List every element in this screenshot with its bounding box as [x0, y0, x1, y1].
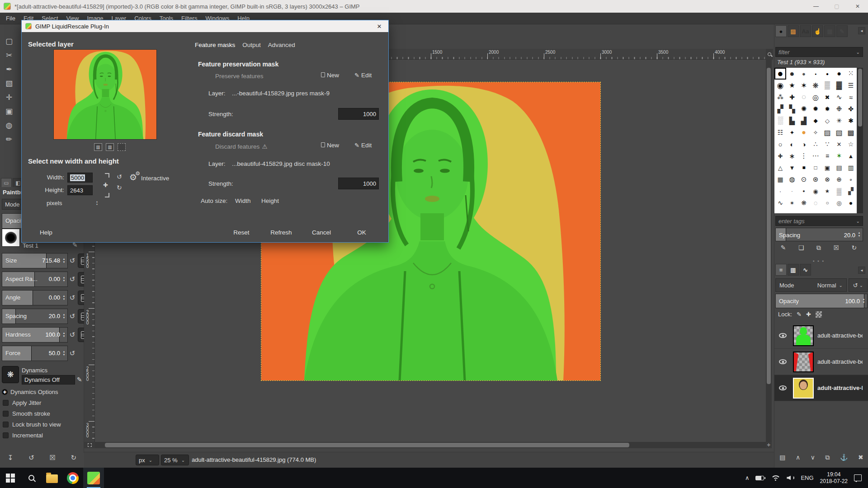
reset-icon[interactable]: ↺: [68, 349, 77, 357]
dock-tab-icon[interactable]: Aa: [800, 25, 811, 37]
brush-swatch[interactable]: ▞: [845, 185, 857, 197]
spinner-icons[interactable]: [61, 346, 67, 361]
layer-action-icon[interactable]: ∨: [811, 454, 815, 461]
dock-tab-icon[interactable]: ∿: [800, 264, 811, 276]
checkbox-icon[interactable]: [3, 432, 9, 438]
dock-tab-icon[interactable]: ▨: [788, 25, 799, 37]
brush-swatch[interactable]: ★: [821, 185, 833, 197]
brush-swatch[interactable]: ▙: [786, 115, 798, 127]
brush-swatch[interactable]: ▩: [845, 127, 857, 138]
menu-item[interactable]: File: [2, 13, 19, 24]
battery-icon[interactable]: [752, 468, 767, 488]
brush-swatch[interactable]: ●: [798, 185, 810, 197]
brush-swatch[interactable]: ∴: [810, 138, 821, 150]
brush-swatch[interactable]: ⋯: [810, 150, 821, 162]
brush-swatch[interactable]: ●: [798, 68, 810, 80]
reset-icon[interactable]: ↺: [68, 312, 77, 320]
dynamics-options-expander[interactable]: ✚ Dynamics Options: [2, 389, 58, 395]
brush-swatch[interactable]: ✶: [786, 197, 798, 209]
visibility-eye-icon[interactable]: [779, 359, 787, 364]
interactive-gear-icon[interactable]: ⚙: [129, 172, 137, 183]
dock-tab-icon[interactable]: ≡: [775, 264, 787, 276]
brush-swatch[interactable]: □: [810, 162, 821, 174]
auto-size-width-button[interactable]: Width: [235, 197, 251, 204]
brush-spacing-slider[interactable]: Spacing 20.0: [775, 228, 863, 241]
brush-swatch[interactable]: ▣: [821, 162, 833, 174]
tool-icon[interactable]: ✒: [1, 62, 17, 76]
brush-swatch[interactable]: ✤: [845, 103, 857, 115]
zoom-select[interactable]: 25 % ⌄: [161, 455, 189, 465]
action-center-icon[interactable]: [851, 468, 868, 488]
brush-swatch[interactable]: ✧: [810, 127, 821, 138]
brush-swatch[interactable]: ▒: [833, 185, 845, 197]
dialog-close-icon[interactable]: ✕: [370, 20, 388, 32]
brush-swatch[interactable]: ▨: [821, 127, 833, 138]
tool-icon[interactable]: ▣: [1, 104, 17, 118]
layer-action-icon[interactable]: ⚓: [840, 454, 848, 461]
brush-swatch[interactable]: ◌: [810, 197, 821, 209]
active-brush-thumbnail[interactable]: [2, 229, 20, 247]
quick-mask-toggle-icon[interactable]: [84, 442, 95, 448]
spinner-icons[interactable]: [61, 291, 67, 305]
brush-swatch[interactable]: △: [774, 162, 786, 174]
preview-mode-button[interactable]: ▥: [94, 143, 102, 151]
height-input[interactable]: 2643: [67, 185, 93, 195]
layer-action-icon[interactable]: ∧: [796, 454, 800, 461]
layer-thumbnail[interactable]: [793, 352, 814, 372]
brush-name[interactable]: Test 1: [23, 242, 38, 249]
preview-mode-button[interactable]: ▥: [106, 143, 114, 151]
tool-option-checkbox[interactable]: Smooth stroke: [3, 410, 50, 417]
scrollbar-thumb[interactable]: [105, 443, 629, 447]
checkbox-icon[interactable]: [3, 400, 9, 406]
reset-icon[interactable]: ↺: [68, 331, 77, 339]
tool-icon[interactable]: ✛: [1, 90, 17, 104]
wifi-icon[interactable]: [767, 468, 783, 488]
brush-action-icon[interactable]: ⧉: [816, 244, 821, 252]
brush-swatch[interactable]: ⊕: [833, 174, 845, 185]
brush-swatch[interactable]: ⁙: [845, 68, 857, 80]
tool-options-action-icon[interactable]: ↧: [8, 454, 14, 462]
tool-option-slider[interactable]: Force 50.0: [2, 346, 68, 361]
layer-row[interactable]: adult-attractive-beautiful-415829.jpg: [774, 349, 868, 375]
brush-swatch[interactable]: ○: [774, 138, 786, 150]
dock-tab-icon[interactable]: ▥: [788, 264, 799, 276]
speaker-icon[interactable]: [783, 468, 797, 488]
preservation-strength-input[interactable]: 1000: [338, 108, 379, 120]
dock-resize-handle[interactable]: ▪ ▪ ▪: [774, 258, 863, 263]
edit-dynamics-icon[interactable]: ✎: [77, 376, 82, 383]
reset-icon[interactable]: ↺: [68, 257, 77, 265]
scrollbar-thumb[interactable]: [767, 68, 771, 384]
maximize-button[interactable]: ▢: [826, 0, 847, 13]
reset-icon[interactable]: ↺: [68, 294, 77, 302]
brush-swatch[interactable]: ✹: [810, 103, 821, 115]
brush-swatch[interactable]: ◐: [786, 138, 798, 150]
lock-paint-icon[interactable]: ✎: [797, 311, 802, 318]
dynamics-value[interactable]: Dynamics Off: [22, 375, 75, 385]
visibility-eye-icon[interactable]: [779, 385, 787, 390]
discard-new-button[interactable]: New: [321, 142, 339, 149]
reset-button[interactable]: Reset: [230, 226, 253, 238]
vertical-scrollbar[interactable]: [766, 60, 772, 442]
brush-swatch[interactable]: ▤: [833, 162, 845, 174]
reset-width-icon[interactable]: ↺: [117, 173, 122, 180]
ok-button[interactable]: OK: [350, 226, 373, 238]
dock-tab-icon[interactable]: ●: [775, 25, 787, 37]
minimize-button[interactable]: —: [806, 0, 826, 13]
discard-strength-input[interactable]: 1000: [338, 178, 379, 189]
unit-select[interactable]: px ⌄: [136, 455, 159, 465]
brush-swatch[interactable]: ●: [810, 68, 821, 80]
tool-icon[interactable]: ◍: [1, 118, 17, 132]
brush-swatch[interactable]: ◌: [798, 91, 810, 103]
discard-edit-button[interactable]: ✎Edit: [354, 142, 372, 149]
brush-swatch[interactable]: ▚: [786, 103, 798, 115]
reset-icon[interactable]: ↺: [68, 275, 77, 283]
file-explorer-button[interactable]: [42, 468, 62, 488]
tool-option-slider[interactable]: Angle 0.00: [2, 290, 68, 305]
brush-swatch[interactable]: ░: [774, 115, 786, 127]
spinner-icons[interactable]: [61, 309, 67, 324]
brush-swatch[interactable]: ◉: [774, 80, 786, 91]
brush-swatch[interactable]: ●: [845, 197, 857, 209]
layer-mode-reset[interactable]: ↺ ⌄: [849, 278, 868, 292]
brush-swatch[interactable]: ▥: [845, 162, 857, 174]
brush-swatch[interactable]: ●: [798, 127, 810, 138]
